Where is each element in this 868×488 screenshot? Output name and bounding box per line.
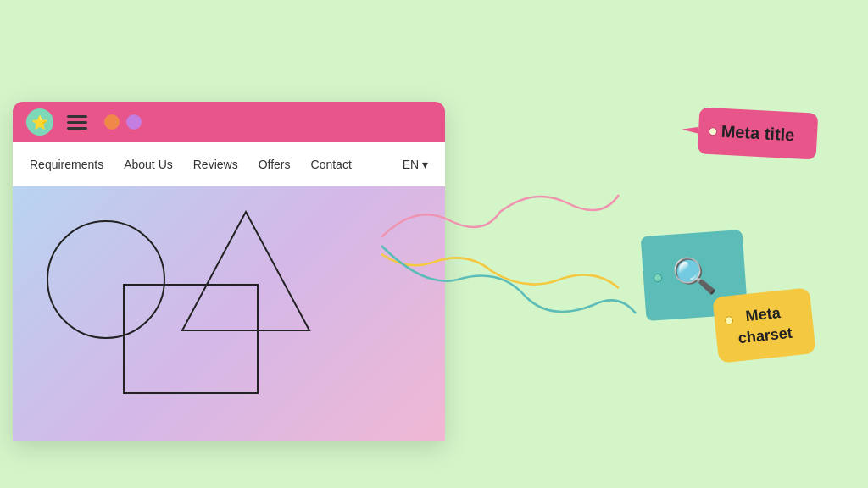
hamburger-icon[interactable] — [67, 115, 87, 130]
dot-purple[interactable] — [126, 114, 142, 130]
browser-titlebar: ⭐ — [13, 102, 445, 142]
triangle-shape — [178, 208, 314, 335]
star-button[interactable]: ⭐ — [26, 108, 53, 136]
tag-hole-yellow — [725, 315, 734, 324]
nav-contact[interactable]: Contact — [311, 158, 352, 171]
svg-marker-0 — [182, 212, 309, 330]
search-icon: 🔍 — [670, 253, 717, 298]
browser-window: ⭐ Requirements About Us Reviews Offers C… — [13, 102, 445, 441]
nav-language[interactable]: EN ▾ — [403, 158, 428, 171]
tag-hole-pink — [709, 126, 718, 136]
shapes-container — [30, 203, 386, 424]
browser-dots — [104, 114, 142, 130]
page-background: ⭐ Requirements About Us Reviews Offers C… — [0, 0, 868, 488]
browser-content: Requirements About Us Reviews Offers Con… — [13, 142, 445, 441]
browser-nav: Requirements About Us Reviews Offers Con… — [13, 142, 445, 186]
nav-offers[interactable]: Offers — [259, 158, 291, 171]
meta-title-label: Meta title — [721, 122, 795, 145]
nav-about-us[interactable]: About Us — [124, 158, 173, 171]
dot-orange[interactable] — [104, 114, 120, 130]
nav-reviews[interactable]: Reviews — [193, 158, 238, 171]
tag-hole-teal — [654, 274, 663, 283]
browser-body — [13, 186, 445, 441]
meta-charset-tag: Metacharset — [712, 287, 816, 363]
meta-title-tag: Meta title — [698, 107, 819, 159]
nav-requirements[interactable]: Requirements — [30, 158, 103, 171]
